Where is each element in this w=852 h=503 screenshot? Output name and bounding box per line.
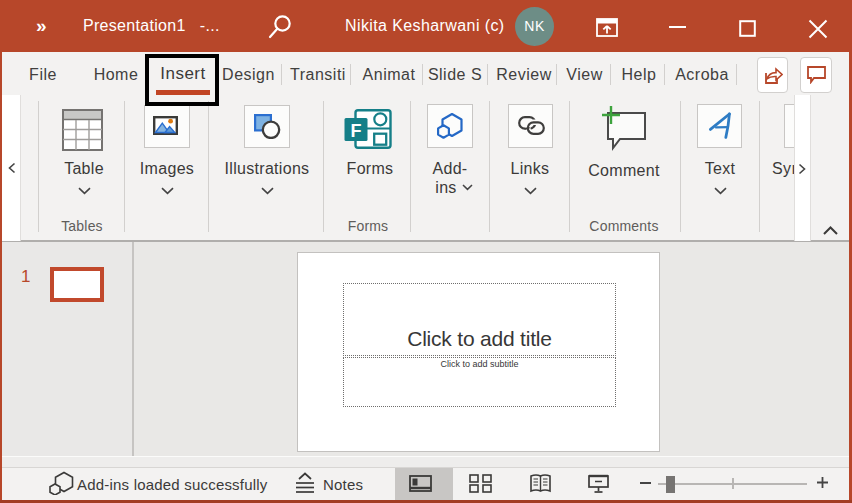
svg-text:F: F [351,121,362,141]
